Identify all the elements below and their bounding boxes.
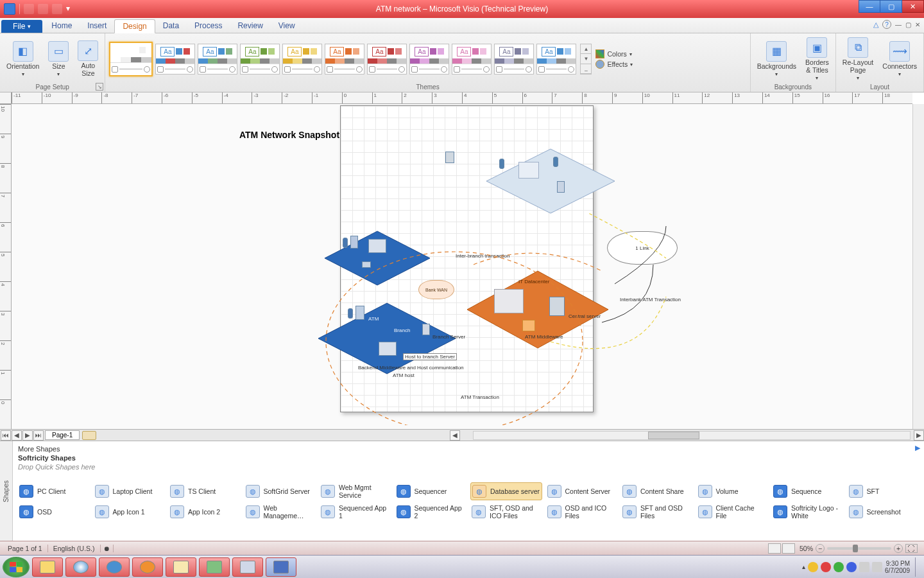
person-icon[interactable] bbox=[499, 159, 504, 169]
taskbar-visio-icon[interactable] bbox=[266, 557, 296, 577]
shape-item[interactable]: ◍TS Client bbox=[169, 482, 241, 500]
effects-dropdown[interactable]: Effects▾ bbox=[595, 60, 633, 69]
theme-swatch[interactable]: Aa bbox=[109, 42, 153, 76]
theme-swatch[interactable]: Aa bbox=[452, 44, 492, 74]
tray-volume-icon[interactable] bbox=[872, 562, 882, 572]
mdi-restore-icon[interactable]: ▢ bbox=[905, 21, 911, 28]
building-icon[interactable] bbox=[518, 162, 539, 179]
colors-dropdown[interactable]: Colors▾ bbox=[595, 49, 633, 58]
shape-item[interactable]: ◍Database server bbox=[470, 482, 542, 500]
theme-gallery-nav[interactable]: ▲ ▼ ⎯ bbox=[580, 44, 592, 74]
theme-gallery[interactable]: Aa Aa Aa Aa Aa Aa Aa Aa Aa Aa Aa bbox=[109, 42, 576, 76]
show-desktop-button[interactable] bbox=[915, 557, 921, 577]
mdi-close-icon[interactable]: ✕ bbox=[915, 21, 920, 28]
diagram[interactable]: ATM Network Snapshot Bank WAN I bbox=[12, 104, 912, 429]
atm-icon[interactable] bbox=[350, 236, 358, 249]
taskbar-media-icon[interactable] bbox=[132, 557, 163, 577]
shape-item[interactable]: ◍SFT and OSD Files bbox=[621, 503, 693, 521]
fullscreen-view-icon[interactable] bbox=[782, 543, 795, 554]
person-icon[interactable] bbox=[343, 238, 348, 248]
prev-page-icon[interactable]: ◀ bbox=[12, 430, 22, 441]
middleware-box-icon[interactable] bbox=[522, 320, 535, 331]
tab-design[interactable]: Design bbox=[114, 19, 155, 33]
theme-swatch[interactable]: Aa bbox=[198, 44, 237, 74]
shape-item[interactable]: ◍Sequence bbox=[772, 482, 844, 500]
connectors-button[interactable]: ⟿ Connectors▾ bbox=[880, 40, 920, 79]
vertical-scrollbar[interactable] bbox=[912, 104, 924, 429]
atm-icon[interactable] bbox=[355, 306, 364, 320]
normal-view-icon[interactable] bbox=[768, 543, 781, 554]
zoom-out-button[interactable]: − bbox=[816, 544, 825, 553]
mdi-minimize-icon[interactable]: — bbox=[895, 21, 902, 28]
first-page-icon[interactable]: ⏮ bbox=[1, 430, 11, 441]
tray-icon[interactable] bbox=[808, 562, 818, 572]
shape-item[interactable]: ◍Volume bbox=[697, 482, 769, 500]
last-page-icon[interactable]: ⏭ bbox=[33, 430, 44, 441]
theme-swatch[interactable]: Aa bbox=[494, 44, 534, 74]
minimize-ribbon-icon[interactable]: △ bbox=[873, 21, 878, 29]
branch-server-icon[interactable] bbox=[422, 324, 430, 335]
shape-item[interactable]: ◍SFT, OSD and ICO Files bbox=[470, 503, 542, 521]
tray-network-icon[interactable] bbox=[859, 562, 869, 572]
shape-item[interactable]: ◍OSD bbox=[18, 503, 90, 521]
tab-view[interactable]: View bbox=[271, 19, 303, 33]
shape-item[interactable]: ◍Client Cache File bbox=[697, 503, 769, 521]
expand-shapes-icon[interactable]: ▶ bbox=[915, 444, 920, 452]
building-icon[interactable] bbox=[368, 239, 386, 253]
shape-item[interactable]: ◍App Icon 1 bbox=[94, 503, 166, 521]
new-page-button[interactable] bbox=[82, 431, 96, 440]
help-icon[interactable]: ? bbox=[882, 20, 891, 29]
shape-item[interactable]: ◍App Icon 2 bbox=[169, 503, 241, 521]
tab-process[interactable]: Process bbox=[187, 19, 230, 33]
theme-swatch[interactable]: Aa bbox=[325, 44, 364, 74]
datacenter-building-icon[interactable] bbox=[494, 289, 524, 313]
size-button[interactable]: ▭ Size ▾ bbox=[46, 40, 71, 79]
zoom-in-button[interactable]: + bbox=[894, 544, 903, 553]
zoom-slider[interactable] bbox=[827, 547, 891, 550]
theme-swatch[interactable]: Aa bbox=[155, 44, 195, 74]
shape-item[interactable]: ◍Softricity Logo - White bbox=[772, 503, 844, 521]
theme-swatch[interactable]: Aa bbox=[240, 44, 280, 74]
qat-dropdown-icon[interactable]: ▾ bbox=[66, 4, 73, 14]
borders-titles-button[interactable]: ▣ Borders & Titles▾ bbox=[803, 36, 832, 82]
shape-item[interactable]: ◍Laptop Client bbox=[94, 482, 166, 500]
shapes-tab[interactable]: Shapes bbox=[0, 441, 13, 541]
stencil-name[interactable]: Softricity Shapes bbox=[18, 454, 919, 462]
page-tab[interactable]: Page-1 bbox=[45, 430, 80, 440]
macro-recorder-icon[interactable]: ⏺ bbox=[101, 545, 114, 552]
shape-item[interactable]: ◍Sequencer bbox=[395, 482, 467, 500]
minimize-button[interactable]: — bbox=[859, 0, 880, 13]
tab-home[interactable]: Home bbox=[44, 19, 80, 33]
language-indicator[interactable]: English (U.S.) bbox=[48, 545, 101, 552]
tray-icon[interactable] bbox=[834, 562, 844, 572]
redo-icon[interactable] bbox=[52, 4, 62, 14]
theme-swatch[interactable]: Aa bbox=[367, 44, 407, 74]
theme-swatch[interactable]: Aa bbox=[282, 44, 322, 74]
shape-item[interactable]: ◍OSD and ICO Files bbox=[546, 503, 618, 521]
horizontal-scrollbar[interactable] bbox=[473, 431, 911, 440]
campus-platform[interactable] bbox=[480, 143, 621, 220]
canvas-area[interactable]: -11-10-9-8-7-6-5-4-3-2-10123456789101112… bbox=[0, 92, 924, 429]
clock[interactable]: 9:30 PM 6/7/2009 bbox=[885, 560, 912, 574]
hscroll-right-icon[interactable]: ▶ bbox=[914, 430, 924, 441]
undo-icon[interactable] bbox=[38, 4, 48, 14]
shape-item[interactable]: ◍Content Share bbox=[621, 482, 693, 500]
orientation-button[interactable]: ◧ Orientation ▾ bbox=[4, 40, 42, 79]
tray-icon[interactable] bbox=[821, 562, 831, 572]
shape-item[interactable]: ◍SoftGrid Server bbox=[244, 482, 316, 500]
fit-page-icon[interactable]: ⛶ bbox=[905, 544, 918, 553]
file-tab[interactable]: File▾ bbox=[1, 20, 42, 33]
server-rack-icon[interactable] bbox=[549, 297, 565, 316]
tab-review[interactable]: Review bbox=[230, 19, 270, 33]
auto-size-button[interactable]: ⤢ Auto Size bbox=[75, 39, 101, 78]
next-page-icon[interactable]: ▶ bbox=[22, 430, 33, 441]
server-icon[interactable] bbox=[445, 152, 454, 163]
backgrounds-button[interactable]: ▦ Backgrounds▾ bbox=[755, 40, 799, 79]
tray-up-icon[interactable]: ▴ bbox=[802, 563, 805, 570]
shape-item[interactable]: ◍Web Mgmt Service bbox=[320, 482, 391, 500]
hscroll-left-icon[interactable]: ◀ bbox=[450, 430, 460, 441]
tray-icon[interactable] bbox=[846, 562, 857, 572]
shape-item[interactable]: ◍Sequenced App 1 bbox=[320, 503, 391, 521]
shape-item[interactable]: ◍SFT bbox=[848, 482, 920, 500]
box-icon[interactable] bbox=[362, 261, 371, 268]
